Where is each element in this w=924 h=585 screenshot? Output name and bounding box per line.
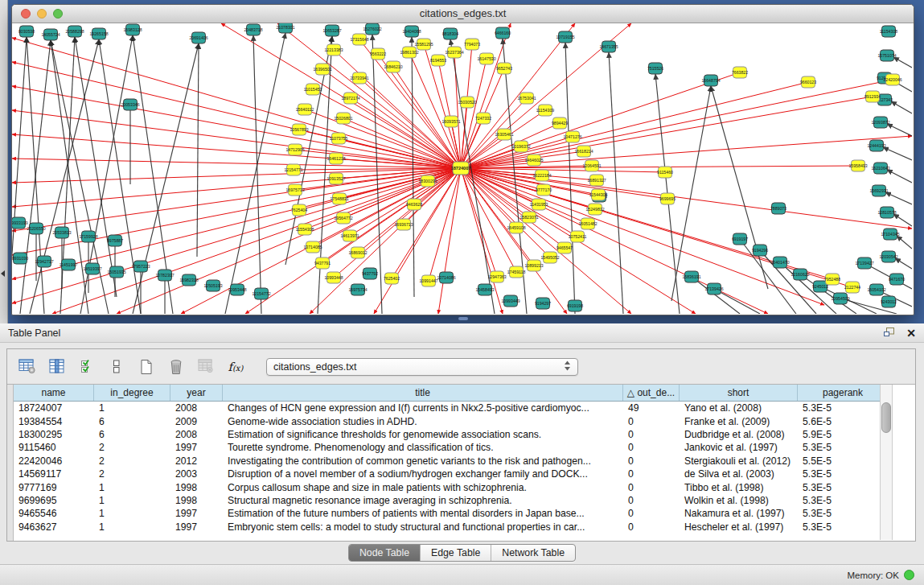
- network-node[interactable]: 9437791: [314, 257, 331, 269]
- network-node[interactable]: 12947363: [487, 271, 506, 282]
- column-header-pagerank[interactable]: pagerank: [798, 385, 889, 401]
- zoom-button[interactable]: [53, 9, 63, 19]
- network-node[interactable]: 10567893: [290, 124, 308, 135]
- network-node[interactable]: 16401470: [770, 257, 789, 268]
- network-node[interactable]: 15026801: [334, 113, 352, 124]
- rows-icon[interactable]: [106, 356, 127, 377]
- network-node[interactable]: 16869012: [348, 247, 367, 258]
- table-row[interactable]: 1872400712008Changes of HCN gene express…: [14, 402, 915, 414]
- network-node[interactable]: 17548831: [330, 193, 348, 204]
- network-node[interactable]: 18724007: [451, 162, 471, 175]
- network-node[interactable]: 16093571: [441, 116, 460, 127]
- table-row[interactable]: 1830029562008Estimation of significance …: [14, 428, 915, 441]
- network-node[interactable]: 17159928: [79, 231, 97, 242]
- network-node[interactable]: 8912934: [864, 91, 881, 102]
- network-node[interactable]: 19861302: [400, 47, 418, 58]
- network-node[interactable]: 11073755: [330, 133, 348, 144]
- network-node[interactable]: 16983128: [123, 24, 142, 35]
- network-node[interactable]: 21078301: [276, 23, 294, 33]
- network-node[interactable]: 15823071: [519, 212, 538, 223]
- network-node[interactable]: 14671355: [599, 41, 618, 52]
- network-node[interactable]: 12810578: [877, 207, 896, 218]
- network-node[interactable]: 16461218: [326, 153, 345, 164]
- network-node[interactable]: 15640112: [296, 104, 314, 115]
- network-node[interactable]: 12213383: [324, 44, 343, 56]
- network-node[interactable]: 9652743: [496, 63, 512, 74]
- network-node[interactable]: 15030520: [458, 97, 476, 108]
- column-header-short[interactable]: short: [680, 385, 798, 401]
- network-node[interactable]: 14055724: [41, 29, 60, 40]
- table-row[interactable]: 946362711997Embryonic stem cells: a mode…: [14, 521, 915, 534]
- network-node[interactable]: 16147530: [477, 53, 495, 64]
- network-node[interactable]: 14712905: [285, 144, 304, 155]
- table-row[interactable]: 2242004622012Investigating the contribut…: [14, 455, 915, 468]
- network-node[interactable]: 6919198: [567, 300, 583, 311]
- column-header-out_de[interactable]: △ out_de...: [623, 385, 680, 401]
- network-node[interactable]: 9660123: [800, 76, 816, 88]
- table-row[interactable]: 977716911998Corpus callosum shape and si…: [14, 480, 915, 493]
- network-node[interactable]: 12505193: [203, 280, 222, 291]
- network-node[interactable]: 9894429: [552, 117, 568, 129]
- network-node[interactable]: 9563222: [370, 48, 386, 60]
- delete-column-icon[interactable]: [166, 356, 187, 377]
- minimize-button[interactable]: [37, 9, 47, 19]
- network-node[interactable]: 20533813: [52, 227, 71, 238]
- network-node[interactable]: 6919197: [732, 233, 748, 245]
- network-node[interactable]: 13714085: [303, 241, 322, 253]
- splitter-handle[interactable]: [458, 317, 468, 320]
- table-row[interactable]: 946554611997Estimation of the future num…: [14, 507, 915, 520]
- network-node[interactable]: 20588298: [65, 26, 84, 37]
- network-node[interactable]: 10719155: [556, 31, 574, 43]
- network-node[interactable]: 7889073: [770, 203, 786, 214]
- network-node[interactable]: 14646025: [524, 154, 543, 166]
- network-node[interactable]: 9115460: [657, 167, 673, 178]
- network-node[interactable]: 15276022: [363, 23, 381, 35]
- network-node[interactable]: 12154771: [284, 164, 302, 175]
- network-node[interactable]: 20691406: [189, 32, 207, 43]
- network-node[interactable]: 9243012: [881, 296, 897, 307]
- network-node[interactable]: 16846210: [384, 61, 402, 72]
- network-node[interactable]: 16396501: [313, 64, 331, 75]
- network-node[interactable]: 7247332: [475, 113, 491, 124]
- network-node[interactable]: 12160622: [791, 269, 809, 280]
- network-node[interactable]: 15051935: [107, 266, 125, 278]
- network-node[interactable]: 10196372: [511, 141, 530, 152]
- network-node[interactable]: 16753041: [517, 93, 536, 104]
- network-node[interactable]: 16222184: [532, 170, 551, 181]
- network-node[interactable]: 16305461: [495, 129, 513, 140]
- close-button[interactable]: [21, 9, 31, 19]
- network-node[interactable]: 9463628: [406, 199, 422, 210]
- network-node[interactable]: 10782307: [155, 270, 174, 281]
- network-node[interactable]: 9699695: [659, 193, 676, 204]
- network-node[interactable]: 2122744: [844, 282, 860, 293]
- table-settings-icon[interactable]: [17, 356, 38, 377]
- network-node[interactable]: 6466160: [495, 27, 511, 39]
- network-node[interactable]: 10993449: [501, 295, 519, 307]
- select-rows-icon[interactable]: [76, 356, 97, 377]
- network-node[interactable]: 12942717: [35, 256, 53, 267]
- network-node[interactable]: 7794073: [464, 39, 480, 50]
- network-node[interactable]: 15751074: [877, 50, 896, 61]
- network-node[interactable]: 8931030: [12, 253, 28, 264]
- column-select-icon[interactable]: [47, 356, 68, 377]
- network-node[interactable]: 12154772: [252, 288, 270, 299]
- network-node[interactable]: 10899213: [524, 260, 543, 271]
- network-node[interactable]: 7952488: [824, 274, 840, 285]
- network-node[interactable]: 16975733: [285, 184, 304, 196]
- network-node[interactable]: 11431953: [530, 199, 548, 210]
- network-node[interactable]: 14613971: [340, 230, 359, 241]
- network-node[interactable]: 8471670: [889, 274, 905, 285]
- network-node[interactable]: 15458493: [475, 284, 494, 295]
- collapse-arrow-icon[interactable]: [1, 270, 5, 277]
- network-node[interactable]: 7625402: [384, 273, 400, 284]
- network-node[interactable]: 10991447: [419, 275, 437, 286]
- network-node[interactable]: 16051482: [578, 218, 597, 229]
- network-node[interactable]: 11544308: [589, 189, 608, 200]
- network-node[interactable]: 9194297: [535, 298, 551, 309]
- network-node[interactable]: 11451997: [60, 259, 78, 270]
- network-node[interactable]: 10993448: [324, 272, 343, 283]
- network-node[interactable]: 18972174: [341, 93, 359, 104]
- network-node[interactable]: 17957223: [131, 261, 150, 272]
- network-node[interactable]: 16054102: [867, 284, 885, 295]
- network-node[interactable]: 17139427: [855, 257, 873, 269]
